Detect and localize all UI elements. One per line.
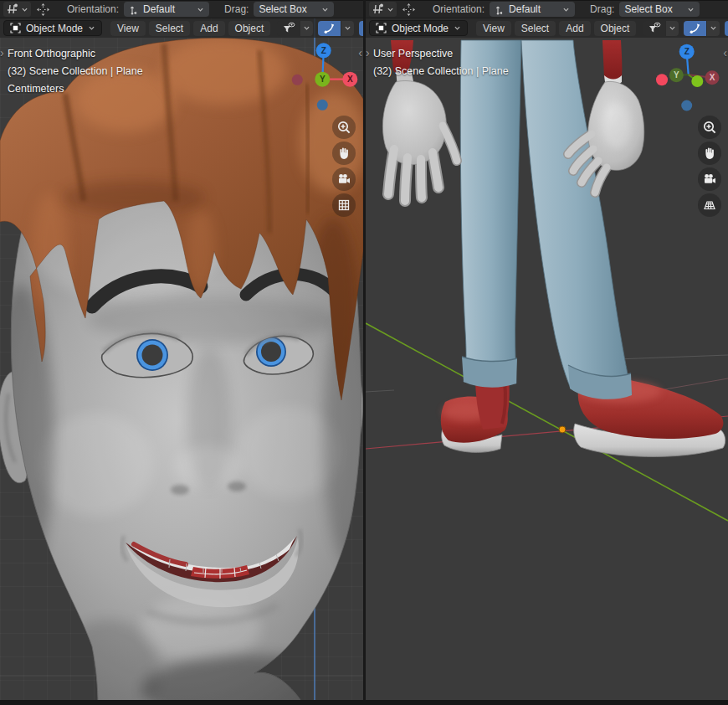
axis-orientation-icon bbox=[495, 4, 505, 15]
menu-add[interactable]: Add bbox=[193, 21, 224, 36]
visibility-filter-button[interactable] bbox=[643, 21, 665, 36]
mode-value: Object Mode bbox=[26, 23, 83, 34]
show-overlays-toggle[interactable] bbox=[725, 21, 728, 36]
viewport-nav-buttons bbox=[698, 116, 721, 219]
menu-object[interactable]: Object bbox=[228, 21, 271, 36]
orientation-label: Orientation: bbox=[67, 3, 119, 15]
ortho-toggle-button[interactable] bbox=[332, 193, 356, 217]
gizmo-pos-y-ball[interactable] bbox=[691, 75, 703, 87]
show-gizmo-expand[interactable] bbox=[341, 21, 354, 36]
pan-button[interactable] bbox=[332, 142, 356, 165]
move-tool-icon[interactable] bbox=[402, 3, 416, 17]
axis-orientation-icon bbox=[129, 4, 139, 15]
visibility-filter-icon bbox=[282, 22, 295, 34]
world-origin-dot bbox=[559, 426, 566, 433]
tool-settings-header: Orientation: Default Drag: Select Box bbox=[366, 0, 728, 18]
mode-dropdown[interactable]: Object Mode bbox=[3, 20, 102, 36]
chevron-down-icon bbox=[344, 25, 351, 31]
orientation-value: Default bbox=[143, 3, 175, 15]
active-tool-button[interactable] bbox=[369, 2, 397, 17]
drag-dropdown[interactable]: Select Box bbox=[619, 2, 700, 17]
tool-settings-header: Orientation: Default Drag: Select Box bbox=[0, 0, 363, 18]
mode-value: Object Mode bbox=[392, 23, 449, 34]
persp-grid-icon bbox=[702, 198, 717, 213]
menu-object[interactable]: Object bbox=[594, 21, 637, 36]
object-mode-icon bbox=[10, 23, 21, 33]
viewport-front-ortho: Orientation: Default Drag: Select Box bbox=[0, 0, 363, 705]
sidebar-collapse-arrow[interactable]: ‹ bbox=[358, 47, 362, 59]
chevron-down-icon bbox=[454, 25, 461, 31]
zoom-icon bbox=[702, 120, 717, 135]
persp-toggle-button[interactable] bbox=[698, 193, 721, 217]
viewport-header: Object Mode View Select Add Object bbox=[366, 18, 728, 38]
gizmo-x-label: X bbox=[347, 75, 353, 84]
camera-view-icon bbox=[702, 172, 717, 187]
orientation-label: Orientation: bbox=[433, 3, 484, 15]
chevron-down-icon bbox=[562, 7, 570, 13]
chevron-down-icon bbox=[303, 25, 310, 31]
toolbar-collapse-arrow[interactable]: › bbox=[0, 47, 4, 59]
camera-view-button[interactable] bbox=[332, 167, 356, 191]
camera-view-button[interactable] bbox=[698, 167, 721, 191]
visibility-filter-icon bbox=[648, 22, 661, 34]
gizmo-neg-z-ball[interactable] bbox=[681, 100, 692, 111]
gizmo-neg-z-ball[interactable] bbox=[317, 100, 328, 111]
visibility-filter-button[interactable] bbox=[277, 21, 300, 36]
navigation-gizmo[interactable]: Z Y X bbox=[285, 39, 362, 116]
chevron-down-icon bbox=[321, 7, 329, 13]
gizmo-toggle-icon bbox=[323, 22, 336, 34]
chevron-down-icon bbox=[669, 25, 676, 31]
chevron-down-icon bbox=[710, 25, 717, 31]
active-tool-icon bbox=[372, 3, 385, 16]
drag-dropdown[interactable]: Select Box bbox=[254, 2, 334, 17]
gizmo-z-label: Z bbox=[321, 46, 326, 55]
viewport-header: Object Mode View Select Add Object bbox=[0, 18, 363, 38]
orientation-dropdown[interactable]: Default bbox=[124, 2, 209, 17]
zoom-icon bbox=[336, 120, 351, 135]
chevron-down-icon bbox=[21, 7, 28, 13]
drag-value: Select Box bbox=[624, 3, 672, 15]
chevron-down-icon bbox=[88, 25, 95, 31]
gizmo-x-label: X bbox=[710, 73, 715, 82]
pan-button[interactable] bbox=[698, 142, 721, 165]
visibility-filter-expand[interactable] bbox=[666, 21, 679, 36]
visibility-filter-expand[interactable] bbox=[300, 21, 313, 36]
menu-add[interactable]: Add bbox=[559, 21, 590, 36]
ortho-grid-icon bbox=[336, 198, 351, 213]
window-bottom-edge bbox=[0, 700, 728, 705]
pan-hand-icon bbox=[336, 146, 351, 161]
orientation-dropdown[interactable]: Default bbox=[490, 2, 575, 17]
menu-view[interactable]: View bbox=[476, 21, 511, 36]
menu-select[interactable]: Select bbox=[515, 21, 556, 36]
show-gizmo-expand[interactable] bbox=[707, 21, 720, 36]
pan-hand-icon bbox=[702, 146, 717, 161]
orientation-value: Default bbox=[509, 3, 541, 15]
navigation-gizmo[interactable]: Z Y X bbox=[649, 39, 725, 116]
viewport-nav-buttons bbox=[332, 116, 356, 219]
show-gizmo-toggle[interactable] bbox=[684, 21, 706, 36]
show-gizmo-toggle[interactable] bbox=[318, 21, 341, 36]
active-tool-button[interactable] bbox=[3, 2, 31, 17]
mode-dropdown[interactable]: Object Mode bbox=[369, 20, 468, 36]
blender-window: Orientation: Default Drag: Select Box bbox=[0, 0, 728, 705]
gizmo-y-label: Y bbox=[674, 70, 679, 80]
toolbar-collapse-arrow[interactable]: › bbox=[366, 47, 370, 59]
chevron-down-icon bbox=[387, 7, 394, 13]
menu-view[interactable]: View bbox=[110, 21, 146, 36]
zoom-button[interactable] bbox=[698, 116, 721, 139]
sidebar-collapse-arrow[interactable]: ‹ bbox=[723, 47, 727, 59]
viewport-user-persp: Orientation: Default Drag: Select Box bbox=[366, 0, 728, 705]
chevron-down-icon bbox=[687, 7, 695, 13]
gizmo-neg-x-ball[interactable] bbox=[656, 74, 668, 85]
drag-label: Drag: bbox=[224, 3, 249, 15]
object-mode-icon bbox=[376, 23, 387, 33]
menu-select[interactable]: Select bbox=[149, 21, 190, 36]
drag-value: Select Box bbox=[259, 3, 306, 15]
zoom-button[interactable] bbox=[332, 116, 356, 139]
drag-label: Drag: bbox=[590, 3, 614, 15]
gizmo-y-label: Y bbox=[320, 75, 326, 84]
move-tool-icon[interactable] bbox=[36, 3, 50, 17]
camera-view-icon bbox=[336, 172, 351, 187]
gizmo-z-label: Z bbox=[684, 47, 690, 56]
gizmo-neg-x-ball[interactable] bbox=[292, 75, 303, 85]
